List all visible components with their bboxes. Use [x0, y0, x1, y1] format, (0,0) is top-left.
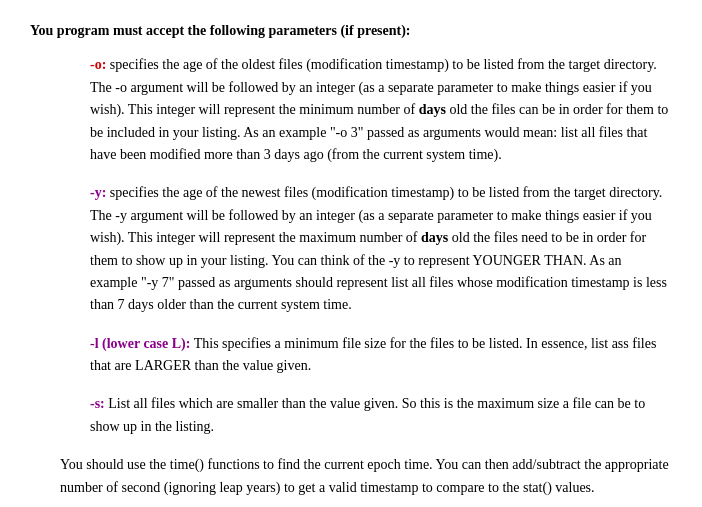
footer-text: You should use the time() functions to f…: [60, 454, 672, 499]
param-s-text-content: List all files which are smaller than th…: [90, 396, 645, 433]
param-s-text: -s: List all files which are smaller tha…: [90, 393, 672, 438]
param-s-block: -s: List all files which are smaller tha…: [90, 393, 672, 438]
param-y-label: -y:: [90, 185, 106, 200]
param-o-text: -o: specifies the age of the oldest file…: [90, 54, 672, 166]
param-o-block: -o: specifies the age of the oldest file…: [90, 54, 672, 166]
param-y-block: -y: specifies the age of the newest file…: [90, 182, 672, 316]
param-y-days: days: [421, 230, 448, 245]
param-o-label: -o:: [90, 57, 106, 72]
param-l-label: -l (lower case L):: [90, 336, 190, 351]
param-o-days: days: [419, 102, 446, 117]
param-l-text: -l (lower case L): This specifies a mini…: [90, 333, 672, 378]
footer-block: You should use the time() functions to f…: [60, 454, 672, 499]
param-l-block: -l (lower case L): This specifies a mini…: [90, 333, 672, 378]
param-y-text: -y: specifies the age of the newest file…: [90, 182, 672, 316]
param-s-label: -s:: [90, 396, 105, 411]
main-heading: You program must accept the following pa…: [30, 20, 672, 42]
